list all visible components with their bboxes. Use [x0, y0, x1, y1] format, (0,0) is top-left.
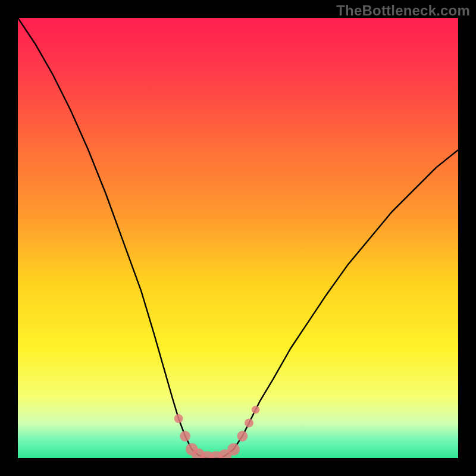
marker-dot — [245, 418, 253, 427]
watermark-text: TheBottleneck.com — [336, 2, 470, 19]
marker-dot — [180, 431, 190, 441]
plot-svg — [18, 18, 458, 458]
marker-dot — [227, 443, 240, 456]
marker-dot — [237, 431, 248, 441]
chart-frame: TheBottleneck.com — [0, 0, 476, 476]
marker-dot — [174, 414, 183, 423]
plot-area — [18, 18, 458, 458]
gradient-background — [18, 18, 458, 458]
marker-dot — [252, 406, 259, 414]
